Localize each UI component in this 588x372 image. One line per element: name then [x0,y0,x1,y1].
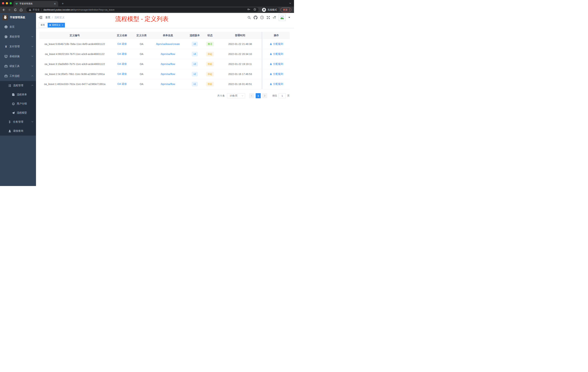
chevron-down-icon [31,45,33,48]
chevron-down-icon [31,55,33,58]
prev-page-button[interactable] [249,93,254,98]
back-button[interactable] [2,8,5,11]
form-edit-icon [12,93,15,96]
people-icon [12,102,15,105]
sidebar-item-process-management[interactable]: 流程管理 [0,81,36,90]
avatar-caret-icon[interactable] [288,17,290,18]
sidebar-item-infrastructure[interactable]: 基础设施 [0,52,36,61]
password-key-icon[interactable] [247,8,250,12]
chrome-update-button[interactable]: 更新 [281,8,291,12]
sidebar-item-user-group[interactable]: 用户分组 [0,99,36,108]
form-link[interactable]: /bpm/oa/flow [161,83,175,86]
tag-home[interactable]: 首页 [39,23,47,27]
definition-name-link[interactable]: OA 请假 [117,42,126,45]
browser-toolbar: 不安全 dashboard.yudao.iocoder.cn/bpm/manag… [0,7,294,13]
briefcase-icon [4,75,8,78]
column-header: 定义分类 [134,34,149,37]
sidebar-item-process-model[interactable]: 流程模型 [0,108,36,117]
form-link[interactable]: /bpm/oa/leave/create [156,43,180,45]
column-header: 状态 [203,34,217,37]
search-icon[interactable] [247,16,251,19]
definition-category: OA [134,63,149,66]
table-row: oa_leave:2:3c1f0ef1-76b1-11ec-9c66-a2380… [39,69,290,79]
sidebar-item-home[interactable]: 首页 [0,22,36,32]
status-badge: 激活 [206,42,214,46]
form-link[interactable]: /bpm/oa/flow [161,63,175,66]
zoom-window-button[interactable] [10,2,12,4]
assign-rule-button[interactable]: 分配规则 [270,82,283,86]
github-icon[interactable] [254,16,257,20]
version-badge: v2 [192,72,198,77]
chevron-down-icon [31,120,33,123]
next-page-button[interactable] [262,93,267,98]
new-tab-button[interactable]: + [60,1,65,6]
browser-tab[interactable]: 芋道管理系统 ✕ [13,1,58,7]
assign-rule-button[interactable]: 分配规则 [270,72,283,76]
avatar[interactable] [279,14,286,21]
gear-icon [4,35,8,38]
deploy-time: 2022-01-22 20:34:10 [217,53,263,55]
bookmark-star-icon[interactable] [253,8,256,12]
assign-rule-button[interactable]: 分配规则 [270,42,283,46]
page-size-select[interactable]: 10条/页 [227,93,245,98]
help-icon[interactable]: ? [260,16,264,19]
sidebar-item-devtools[interactable]: 研发工具 [0,61,36,71]
chevron-left-icon [251,95,253,97]
sidebar-item-label: 流程管理 [13,84,31,87]
sidebar-item-payment[interactable]: ¥ 支付管理 [0,42,36,52]
font-size-icon[interactable]: TT [273,16,276,19]
main-area: 首页 / 流程定义 流程模型 - 定义列表 ? TT [36,13,294,186]
definition-category: OA [134,43,149,45]
tab-search-chevron-icon[interactable] [289,2,292,5]
definition-name-link[interactable]: OA 请假 [117,62,126,65]
security-chip[interactable]: 不安全 [29,8,40,11]
tag-process-definition[interactable]: 流程定义 × [48,23,65,27]
sidebar-item-leave-query[interactable]: 请假查询 [0,127,36,136]
close-window-button[interactable] [2,2,4,4]
reload-button[interactable] [14,8,17,11]
breadcrumb-home-link[interactable]: 首页 [45,16,50,19]
column-header: 部署时间 [217,34,263,37]
table-row: oa_leave:1:482ec033-762a-11ec-8477-a2380… [39,79,290,89]
deploy-time: 2022-01-22 19:19:11 [217,63,263,66]
warning-triangle-icon [29,9,31,11]
breadcrumb: 首页 / 流程定义 [45,16,64,19]
page-number-active[interactable]: 1 [256,93,261,98]
chevron-down-icon [31,65,33,68]
sidebar-item-process-form[interactable]: 流程表单 [0,90,36,99]
assign-rule-button[interactable]: 分配规则 [270,62,283,66]
definition-name-link[interactable]: OA 请假 [117,72,126,75]
goto-page-input[interactable] [279,93,286,98]
home-button[interactable] [20,8,23,11]
definition-name-link[interactable]: OA 请假 [117,52,126,55]
sidebar-item-task-management[interactable]: 任务管理 [0,117,36,127]
browser-tabstrip: 芋道管理系统 ✕ + [0,0,294,7]
window-controls[interactable] [2,2,12,4]
monitor-icon [4,55,8,58]
app-logo-row[interactable]: 芋道管理系统 [0,13,36,22]
address-bar[interactable]: 不安全 dashboard.yudao.iocoder.cn/bpm/manag… [26,8,259,12]
definition-category: OA [134,83,149,86]
assign-rule-button[interactable]: 分配规则 [270,52,283,56]
hamburger-collapse-icon[interactable] [39,16,42,19]
tab-close-icon[interactable]: ✕ [53,2,56,5]
form-link[interactable]: /bpm/oa/flow [161,53,175,55]
breadcrumb-current: 流程定义 [54,16,64,19]
deploy-time: 2022-01-16 17:46:53 [217,73,263,76]
sidebar-item-system[interactable]: 系统管理 [0,32,36,42]
column-header: 定义名称 [110,34,134,37]
form-link[interactable]: /bpm/oa/flow [161,73,175,76]
minimize-window-button[interactable] [6,2,8,4]
definition-id: oa_leave:5:004b710b-7b8a-11ec-8ef0-acde4… [39,43,110,45]
sidebar-item-workflow[interactable]: 工作流程 [0,71,36,81]
url-text[interactable]: dashboard.yudao.iocoder.cn/bpm/manager/d… [43,8,247,11]
person-icon [270,73,272,75]
definition-name-link[interactable]: OA 请假 [117,82,126,85]
forward-button[interactable] [8,8,11,11]
browser-menu-kebab-icon[interactable] [289,9,290,11]
person-icon [270,83,272,85]
fullscreen-icon[interactable] [267,16,270,19]
tag-close-icon[interactable]: × [62,24,63,26]
app-logo-avatar [2,15,8,20]
column-header: 表单信息 [149,34,187,37]
